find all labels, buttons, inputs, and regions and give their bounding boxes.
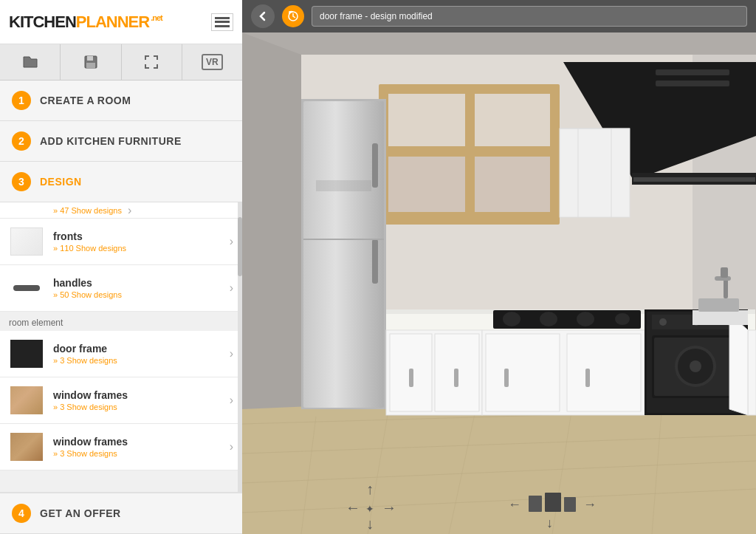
window-frames-1-info: window frames » 3 Show designs [53,389,224,411]
svg-point-66 [659,318,667,326]
room-element-section-header: room element [0,312,242,331]
svg-rect-71 [693,310,748,325]
svg-text:↓: ↓ [366,516,374,532]
step-2-number: 2 [12,131,31,151]
step-1[interactable]: 1 CREATE A ROOM [0,81,242,121]
svg-point-50 [503,312,520,326]
window-frames-1-arrow-icon: › [230,394,233,407]
fullscreen-button[interactable] [122,44,182,80]
door-frame-name: door frame [53,343,224,355]
category-handles[interactable]: handles » 50 Show designs › [0,265,242,312]
design-scroll[interactable]: » 47 Show designs › fronts » 110 Show de… [0,202,242,492]
scrollbar[interactable] [238,202,242,492]
step-4-number: 4 [12,504,31,523]
menu-line [215,17,230,19]
window-frames-1-sub: » 3 Show designs [53,403,224,411]
fronts-thumb-image [10,227,43,256]
open-button[interactable] [0,44,61,80]
svg-rect-29 [372,239,378,284]
svg-text:→: → [382,499,396,516]
handles-thumb [9,273,44,304]
partial-sub-label: » 47 Show designs [53,206,122,215]
step-3-number: 3 [12,172,31,191]
svg-text:←: ← [508,497,521,512]
step-4[interactable]: 4 GET AN OFFER [0,492,242,534]
svg-rect-23 [475,157,550,212]
back-button[interactable] [251,4,275,28]
step-1-number: 1 [12,91,31,110]
logo-bar: KITCHENPLANNER.net [0,0,242,44]
left-panel: KITCHENPLANNER.net [0,0,242,534]
window-frames-2-name: window frames [53,436,224,448]
handles-info: handles » 50 Show designs [53,277,224,299]
fullscreen-icon [144,55,159,69]
door-frame-sub: » 3 Show designs [53,356,224,365]
svg-rect-37 [560,129,630,217]
svg-text:✦: ✦ [365,503,374,515]
save-button[interactable] [61,44,121,80]
svg-text:←: ← [346,499,360,516]
svg-rect-22 [388,157,466,212]
menu-line [215,21,230,23]
logo-text: KITCHENPLANNER.net [9,13,162,31]
design-content: » 47 Show designs › fronts » 110 Show de… [0,202,242,492]
logo: KITCHENPLANNER.net [9,13,162,32]
svg-point-64 [690,360,701,372]
handles-name: handles [53,277,224,289]
logo-planner: PLANNER [76,13,149,31]
window-frames-2-sub: » 3 Show designs [53,449,224,458]
status-text: door frame - design modified [320,11,433,21]
category-door-frame[interactable]: door frame » 3 Show designs › [0,331,242,377]
window-frames-1-thumb-image [10,386,43,414]
svg-rect-82 [529,496,542,512]
toolbar: VR [0,44,242,81]
vr-label: VR [202,54,223,70]
vr-button[interactable]: VR [182,44,242,80]
svg-point-51 [540,312,557,326]
save-icon [83,55,98,69]
category-fronts[interactable]: fronts » 110 Show designs › [0,219,242,265]
handle-shape [13,285,40,291]
door-frame-info: door frame » 3 Show designs [53,343,224,365]
svg-rect-2 [86,63,95,68]
svg-rect-35 [656,81,729,86]
svg-rect-69 [748,330,756,415]
svg-rect-27 [303,101,384,408]
partial-category-item[interactable]: » 47 Show designs › [0,202,242,219]
menu-line [215,25,230,27]
history-button[interactable] [282,5,304,27]
svg-rect-46 [409,369,413,387]
door-frame-arrow-icon: › [230,347,233,360]
category-window-frames-1[interactable]: window frames » 3 Show designs › [0,377,242,424]
fronts-name: fronts [53,230,224,242]
svg-rect-83 [545,493,561,512]
svg-rect-21 [475,94,550,149]
window-frames-1-thumb [9,385,44,416]
right-panel: door frame - design modified [242,0,756,534]
top-bar: door frame - design modified [242,0,756,32]
back-arrow-icon [258,11,268,21]
svg-rect-84 [564,497,576,512]
window-frames-2-thumb [9,431,44,462]
window-frames-2-arrow-icon: › [230,440,233,453]
section-header-text: room element [9,318,63,328]
svg-marker-70 [729,313,748,415]
step-2[interactable]: 2 ADD KITCHEN FURNITURE [0,121,242,162]
category-window-frames-2[interactable]: window frames » 3 Show designs › [0,424,242,470]
fronts-sub: » 110 Show designs [53,244,224,253]
fronts-thumb [9,226,44,257]
svg-rect-56 [504,369,509,387]
folder-icon [22,55,38,69]
door-frame-thumb [9,338,44,369]
step-2-label: ADD KITCHEN FURNITURE [40,135,182,147]
svg-rect-47 [454,369,458,387]
svg-point-53 [615,313,630,325]
svg-rect-20 [388,94,466,149]
fronts-arrow-icon: › [230,235,233,248]
step-3[interactable]: 3 DESIGN [0,162,242,202]
svg-rect-72 [698,298,739,312]
svg-text:↓: ↓ [546,516,553,530]
menu-button[interactable] [211,13,233,31]
window-frames-1-name: window frames [53,389,224,401]
door-frame-thumb-image [10,340,43,368]
